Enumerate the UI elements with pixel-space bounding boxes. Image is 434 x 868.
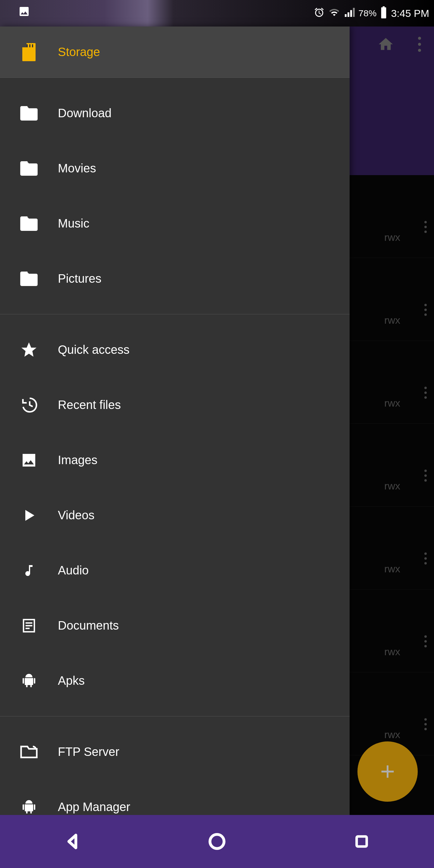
drawer-item-music[interactable]: Music	[0, 196, 350, 251]
drawer-item-recent-files[interactable]: Recent files	[0, 377, 350, 433]
drawer-item-download[interactable]: Download	[0, 86, 350, 141]
drawer-item-audio[interactable]: Audio	[0, 543, 350, 598]
play-icon	[22, 507, 36, 524]
sd-card-icon	[22, 43, 36, 61]
navigation-drawer: Storage Download Movies Music Pictures Q…	[0, 27, 350, 815]
drawer-item-videos[interactable]: Videos	[0, 488, 350, 543]
drawer-item-apks[interactable]: Apks	[0, 653, 350, 708]
nav-back-button[interactable]	[60, 830, 84, 854]
battery-pct: 78%	[358, 8, 376, 19]
drawer-item-label: Quick access	[58, 343, 130, 356]
battery-icon	[380, 6, 387, 21]
drawer-item-quick-access[interactable]: Quick access	[0, 322, 350, 377]
audio-icon	[22, 561, 36, 580]
drawer-section-folders: Download Movies Music Pictures	[0, 78, 350, 314]
drawer-item-label: Documents	[58, 619, 119, 632]
svg-point-0	[210, 835, 224, 849]
android-icon	[21, 671, 37, 690]
notification-image-icon	[18, 5, 30, 20]
svg-rect-1	[356, 836, 367, 846]
navigation-bar	[0, 815, 434, 868]
drawer-item-label: Pictures	[58, 272, 101, 285]
star-icon	[20, 341, 38, 359]
drawer-item-pictures[interactable]: Pictures	[0, 251, 350, 306]
drawer-item-label: Images	[58, 453, 97, 467]
folder-icon	[20, 161, 38, 176]
signal-icon	[344, 7, 355, 20]
drawer-item-images[interactable]: Images	[0, 433, 350, 488]
drawer-header-label: Storage	[58, 45, 100, 59]
drawer-item-label: FTP Server	[58, 745, 119, 758]
drawer-section-library: Quick access Recent files Images Videos …	[0, 314, 350, 716]
history-icon	[20, 396, 38, 414]
nav-recent-button[interactable]	[350, 830, 374, 854]
nav-home-button[interactable]	[205, 830, 229, 854]
drawer-item-movies[interactable]: Movies	[0, 141, 350, 196]
folder-icon	[20, 106, 38, 121]
alarm-icon	[314, 7, 324, 20]
drawer-item-label: Recent files	[58, 398, 121, 412]
wifi-icon	[328, 7, 340, 20]
folder-icon	[20, 216, 38, 231]
fab-add-button[interactable]	[358, 741, 418, 802]
clock-time: 3:45 PM	[391, 7, 429, 19]
folder-icon	[20, 272, 38, 286]
drawer-item-ftp-server[interactable]: FTP Server	[0, 724, 350, 779]
document-icon	[21, 617, 37, 635]
image-icon	[21, 452, 37, 469]
status-bar: 78% 3:45 PM	[0, 0, 434, 27]
ftp-icon	[19, 744, 38, 760]
drawer-item-label: Movies	[58, 161, 96, 175]
drawer-item-label: Audio	[58, 564, 89, 577]
drawer-item-documents[interactable]: Documents	[0, 598, 350, 653]
drawer-item-label: Videos	[58, 508, 95, 522]
drawer-item-label: Music	[58, 217, 89, 230]
drawer-header-storage[interactable]: Storage	[0, 27, 350, 78]
drawer-item-label: App Manager	[58, 800, 130, 814]
drawer-item-label: Download	[58, 106, 112, 120]
drawer-item-label: Apks	[58, 674, 85, 687]
android-icon	[21, 798, 37, 817]
